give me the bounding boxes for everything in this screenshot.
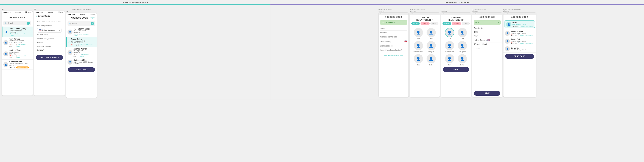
wire-05-status: ●●●● [504,12,536,15]
avatar-circle-dad-w2[interactable]: 👤 [426,28,436,37]
avatar-label-dad-w2: Dad [430,38,432,40]
avatar-circle-sister-w2[interactable]: 👤 [426,54,436,63]
avatar-circle-daughter-w4a[interactable]: 👤 [458,41,467,50]
avatar-grandparents-w2[interactable]: 👤 Grandparents [413,41,424,53]
phone-03: ●●●● Yeti ▾ 9:49 AM ⬜ 49% ‹ ADDRESS BOOK… [66,13,97,98]
chevron-cadence-03: › [95,61,95,63]
back-area-01[interactable]: ‹ [4,15,31,16]
info-emma-03: Emma Smith 1234 Leavenworth St. SAN FRAN… [71,38,94,46]
tab-other-w2[interactable]: Other [430,22,438,25]
contact-jason-03[interactable]: 👤 Jason Smith (your) 16-17 Clere street … [66,27,97,37]
avatar-circle-mum-w4a[interactable]: 👤 [445,28,454,37]
import-btn-03[interactable]: Import [90,17,95,19]
contact-audrina-01[interactable]: 👤 Audrina Warner 29 Larig Road LONDON 📅 … [2,48,32,60]
avatar-sister-w4a[interactable]: 👤 Sister [457,54,468,66]
send-card-btn-w5[interactable]: SEND CARD [505,54,534,59]
wire-05-signal: ●●●● [505,13,508,14]
add-contact-btn-03[interactable]: + [91,22,94,25]
avatar-circle-sister-w4a[interactable]: 👤 [458,54,467,63]
tab-other-w4a[interactable]: Other [462,22,470,25]
avatar-mum-w4a[interactable]: 👤 Mum [444,28,455,40]
contact-audrina-03[interactable]: 👤 Audrina Warner 29 Larig Road LONDON 📅 … [66,47,97,58]
addr2-audrina-03: LONDON [74,52,94,53]
country-field-w4b[interactable]: United Kingdom 🇬🇧 [472,38,502,42]
bday-tom-01: 🕐 Birthday in 02 months [16,44,30,47]
address1-input-02[interactable] [37,33,62,36]
search-bar-03[interactable]: 🔍 + [68,21,95,26]
contact-mum-w5[interactable]: 👤 Mum card arrives in 3 days 📅 11 Aug 🕐 … [504,20,535,28]
avatar-circle-dad-w4a[interactable]: 👤 [458,28,467,37]
name-james-w5: James Bolt [511,38,534,40]
info-james-w5: James Bolt 10 Main Road, London 📅 13 Aug… [511,38,534,44]
link-jason-03[interactable]: Send cards with envelope to yourself [74,33,94,36]
wire-04b-status: ●●●● [472,12,502,15]
phone-03-status: ●●●● Yeti ▾ 9:49 AM ⬜ 49% [66,13,97,16]
date-emma-03: 📅 13 Aug [71,44,77,46]
wire-05-wrapper: Added address pre-selected wires 05 ●●●●… [503,8,536,97]
avatar-label-daughter-w4a: Daughter [459,51,466,53]
search-bar-01[interactable]: 🔍 + [3,21,31,25]
contact-cadence-03[interactable]: 👤 Cadence Gibbs 192 St. Martin Fields Ch… [66,58,97,66]
tab-friends-w4a[interactable]: Friends [452,22,461,25]
avatar-circle-mum-w2[interactable]: 👤 [414,28,423,37]
phone-01-num: 01 [2,8,33,10]
contact-emma-03[interactable]: ✓ Emma Smith 1234 Leavenworth St. SAN FR… [66,37,97,47]
tab-family-w2[interactable]: Family [411,22,420,25]
avatar-circle-son-w2[interactable]: 👤 [414,54,423,63]
search-input-01[interactable] [8,22,26,24]
avatar-mum-w2[interactable]: 👤 Mum [413,28,424,40]
contact-james-w5[interactable]: 👤 James Bolt 10 Main Road, London 📅 13 A… [504,37,536,45]
postcode-input-02[interactable] [37,49,62,52]
avatar-daughter-w2[interactable]: 👤 Daughter [426,41,437,53]
wire-01-signal: ●●●● [380,13,383,14]
contact-cadence-01[interactable]: 👤 Cadence Gibbs 192 St. Martin Fields Ch… [2,60,32,70]
find-link-w1[interactable]: Find address another way [379,53,408,58]
wire-01-phone: ●●●● ADDRESS BOOK Add relationship › Nam… [378,12,409,97]
contact-jasmine-w5[interactable]: 👤 Jasmine Smith 10 Main Road, London 📅 1… [504,29,536,37]
avatar-daughter-w4a[interactable]: 👤 Daughter [457,41,468,53]
wire-05-header: ADDRESS BOOK [504,15,536,19]
add-contact-btn-01[interactable]: + [26,21,30,25]
save-btn-w4a[interactable]: SAVE [443,67,469,72]
avatar-grandparents-w4a[interactable]: 👤 Grandparents [444,41,455,53]
name-cadence-01: Cadence Gibbs [10,61,30,63]
country-row-02[interactable]: 🇬🇧 United Kingdom ▾ [37,28,62,32]
tab-friends-w2[interactable]: Friends [420,22,430,25]
mum-banner-w4b[interactable]: Mum › [474,20,501,24]
phone-01-wrapper: 01 ●●●● Yeti ▾ 9:49 AM ⬛ 100% ‹ ADDRESS … [2,8,33,98]
add-address-btn-02[interactable]: ADD THIS ADDRESS [36,55,63,60]
avatar-dad-w4a[interactable]: 👤 Dad [457,28,468,40]
back-02[interactable]: ‹ [36,14,37,17]
station-road-value: 16 Station Road [474,43,500,45]
avatar-circle-grandparents-w4a[interactable]: 👤 [445,41,454,50]
add-relationship-chevron: › [404,21,405,24]
avatar-son-w2[interactable]: 👤 Son [413,54,424,66]
avatar-mum-w5: 👤 [506,22,512,27]
avatar-son-w4a[interactable]: 👤 Son [444,54,455,66]
tab-family-w4a[interactable]: Family [442,22,451,25]
time-01: 9:49 AM [16,11,20,13]
country-row-w1[interactable]: Select country 🇬🇧 [380,39,407,44]
back-03[interactable]: ‹ [68,17,68,19]
avatar-circle-son-w4a[interactable]: 👤 [445,54,454,63]
send-card-btn-03[interactable]: SEND CARD [68,67,95,72]
add-relationship-banner[interactable]: Add relationship › [380,20,407,24]
search-input-03[interactable] [72,23,90,24]
city-input-02[interactable] [37,41,62,44]
avatar-circle-daughter-w2[interactable]: 👤 [426,41,436,50]
avatar-circle-grandparents-w2[interactable]: 👤 [414,41,423,50]
name-cadence-03: Cadence Gibbs [74,59,94,61]
avatar-tom-01: 👤 [3,40,8,45]
address2-input-02[interactable] [37,37,62,40]
contact-tom-01[interactable]: 👤 Tom Marston 1234 Leavenworth St. SAN F… [2,37,32,48]
save-btn-w4b[interactable]: SAVE [474,91,500,96]
birthday-input[interactable] [37,24,62,27]
avatar-dad-w2[interactable]: 👤 Dad [426,28,437,40]
contact-jason-01[interactable]: 👤 Jason Smith (your) 16-17 Clere street … [2,26,32,37]
name-inside-input[interactable] [37,20,62,23]
addr2-cadence-01: BRISTOL [10,64,30,66]
contact-lewis-w5[interactable]: 👤 Dr. Lewis 10 Main Road, London [504,45,536,52]
link-jason-01[interactable]: Send cards with envelope to yourself [10,33,30,36]
county-input-02[interactable] [37,45,62,48]
avatar-sister-w2[interactable]: 👤 Sister [426,54,437,66]
